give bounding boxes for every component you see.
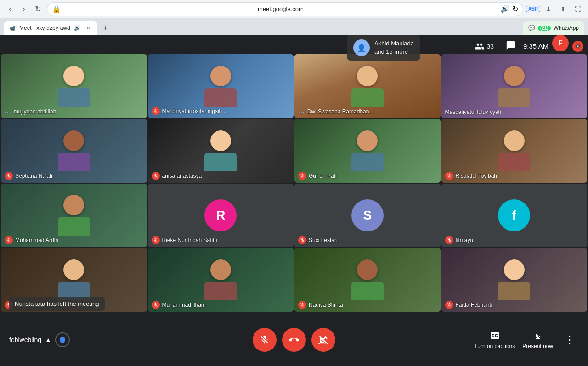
mute-icon: [445, 236, 453, 244]
refresh-button[interactable]: ↻: [31, 3, 44, 16]
tab-whatsapp[interactable]: 💬 (21) WhatsApp: [523, 21, 584, 35]
back-button[interactable]: ‹: [4, 3, 17, 16]
mute-icon: [445, 301, 453, 309]
notif-avatar: 👤: [353, 39, 370, 56]
mute-icon: [298, 236, 306, 244]
end-call-button[interactable]: [282, 328, 306, 352]
meeting-info: febiwebling ▲: [9, 332, 199, 347]
participant-tile: Masdaliyatul lulukiyyah: [441, 54, 588, 118]
captions-icon: [489, 330, 500, 341]
download-icon[interactable]: ⬇: [542, 3, 555, 16]
participant-name-label: fitri ayu: [445, 236, 474, 244]
tab-audio-icon: 🔊: [74, 25, 81, 31]
participant-name-label: Septiana Na'afi: [5, 172, 52, 180]
participant-tile: Gufron Pati: [294, 119, 441, 183]
notif-text: Akhid Maulada and 15 more: [374, 39, 414, 56]
participants-button[interactable]: 33: [470, 39, 498, 54]
present-button[interactable]: Present now: [522, 330, 553, 349]
mute-icon: [152, 301, 160, 309]
adblock-badge: ABP: [526, 6, 540, 12]
url-text: meet.google.com: [64, 6, 498, 12]
participant-name-label: Rieke Nur Indah Safitri: [152, 236, 218, 244]
tab-meet-label: Meet - xxy-dzpy-awd: [19, 25, 70, 31]
participants-count: 33: [486, 43, 494, 50]
address-bar[interactable]: 🔒 meet.google.com 🔊 ↻: [47, 2, 523, 16]
user-avatar[interactable]: F: [552, 35, 569, 51]
right-controls: Turn on captions Present now ⋮: [389, 330, 579, 349]
toast-notification: Nurista tata has left the meeting: [9, 297, 105, 311]
participant-name-label: Risalatul Toyibah: [445, 172, 498, 180]
participant-name-label: Gufron Pati: [298, 172, 337, 180]
video-grid: ···mujiyono abdillahMardhiyaturrositanin…: [0, 53, 588, 313]
meeting-name: febiwebling: [9, 336, 41, 343]
mute-icon: [152, 107, 160, 115]
participant-tile: Mardhiyaturrositaningsih UIN Walison...: [148, 54, 294, 118]
captions-label: Turn on captions: [474, 343, 515, 349]
participant-tile: Risalatul Toyibah: [441, 119, 588, 183]
meet-favicon: 📹: [9, 25, 16, 31]
end-call-icon: [289, 335, 299, 345]
whatsapp-badge: (21): [538, 26, 551, 31]
participant-name-label: Muhammad Ardhi: [5, 236, 58, 244]
status-indicator: 🔇: [572, 41, 583, 52]
participant-tile: ···mujiyono abdillah: [1, 54, 147, 118]
reload-icon: ↻: [512, 5, 518, 13]
forward-button[interactable]: ›: [17, 3, 30, 16]
participant-tile: Nadiva Shinta: [294, 248, 441, 312]
time-display: 9:35 AM: [523, 42, 548, 50]
tab-meet[interactable]: 📹 Meet - xxy-dzpy-awd 🔊 ✕: [4, 21, 97, 35]
participant-tile: Muhammad Ardhi: [1, 184, 147, 248]
participant-name-label: Faida Febrianti: [445, 301, 492, 309]
tab-bar-right: 💬 (21) WhatsApp: [523, 21, 584, 35]
tab-whatsapp-label: WhatsApp: [554, 25, 579, 31]
tab-bar: 📹 Meet - xxy-dzpy-awd 🔊 ✕ + 💬 (21) Whats…: [0, 18, 588, 35]
share-icon[interactable]: ⬆: [557, 3, 570, 16]
participant-tile: Faida Febrianti: [441, 248, 588, 312]
center-controls: [199, 328, 389, 352]
bottom-bar: febiwebling ▲ Tu: [0, 313, 588, 366]
captions-button[interactable]: Turn on captions: [474, 330, 515, 349]
participant-tile: Muhammad ilham: [148, 248, 294, 312]
browser-chrome: ‹ › ↻ 🔒 meet.google.com 🔊 ↻ ABP ⬇ ⬆ ⛶: [0, 0, 588, 18]
mute-icon: [152, 236, 160, 244]
new-tab-button[interactable]: +: [99, 22, 112, 35]
camera-off-button[interactable]: [311, 328, 335, 352]
security-button[interactable]: [55, 332, 70, 347]
present-label: Present now: [522, 343, 553, 349]
mute-icon: [298, 301, 306, 309]
participant-tile: Septiana Na'afi: [1, 119, 147, 183]
participant-tile: SSuci Lestari: [294, 184, 441, 248]
chat-button[interactable]: [502, 37, 520, 56]
present-icon: [532, 330, 543, 341]
more-options-button[interactable]: ⋮: [560, 331, 579, 349]
fullscreen-icon[interactable]: ⛶: [571, 3, 584, 16]
participant-name-label: Mardhiyaturrositaningsih UIN Walison...: [152, 107, 231, 115]
participant-name-label: Nadiva Shinta: [298, 301, 343, 309]
notif-line2: and 15 more: [374, 48, 414, 56]
videocam-off-icon: [318, 335, 328, 345]
toolbar-icons: ABP ⬇ ⬆ ⛶: [526, 3, 584, 16]
mute-icon: [445, 172, 453, 180]
participant-tile: ffitri ayu: [441, 184, 588, 248]
mute-icon: [152, 172, 160, 180]
participant-avatar: f: [498, 199, 530, 231]
notif-line1: Akhid Maulada: [374, 39, 414, 48]
mute-icon: [298, 172, 306, 180]
participant-tile: ···Dwi Swasana Ramadhan UIN Walison...: [294, 54, 441, 118]
mic-off-icon: [260, 335, 270, 345]
mute-button[interactable]: [253, 328, 277, 352]
participant-name-label: ···Dwi Swasana Ramadhan UIN Walison...: [298, 108, 376, 115]
chat-icon: [506, 40, 516, 51]
participants-icon: [475, 41, 485, 51]
meet-notification: 👤 Akhid Maulada and 15 more: [347, 35, 420, 61]
participant-name-label: Suci Lestari: [298, 236, 338, 244]
participant-name-label: Masdaliyatul lulukiyyah: [445, 109, 502, 115]
participant-tile: anisa anastasya: [148, 119, 294, 183]
tab-close-meet[interactable]: ✕: [85, 24, 92, 32]
mute-icon: [5, 172, 13, 180]
expand-icon[interactable]: ▲: [45, 336, 51, 343]
whatsapp-favicon: 💬: [528, 25, 535, 31]
lock-icon: 🔒: [52, 5, 61, 13]
participant-name-label: ···mujiyono abdillah: [5, 108, 56, 115]
participant-avatar: S: [351, 199, 384, 231]
